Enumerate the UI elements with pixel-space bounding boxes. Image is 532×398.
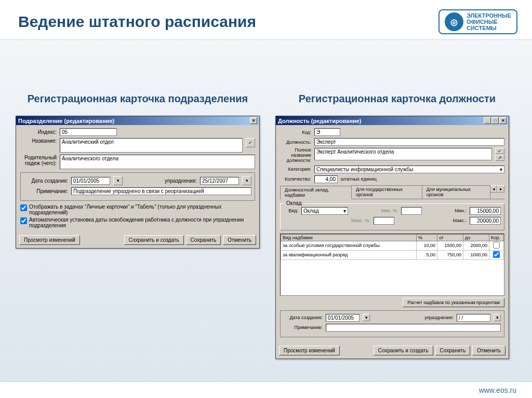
date-closed-label: упразднения: <box>165 178 197 184</box>
qty-input[interactable] <box>314 175 338 183</box>
dates-group: Дата создания: ▾ упразднения: ▾ Примечан… <box>280 310 504 337</box>
left-section-title: Регистрационная карточка подразделения <box>16 92 260 105</box>
chevron-down-icon: ▾ <box>343 208 346 214</box>
index-label: Индекс: <box>20 129 57 135</box>
kor-checkbox[interactable] <box>493 251 500 258</box>
titlebar: Подразделение (редактирование) ✕ <box>16 116 259 125</box>
chevron-down-icon: ▾ <box>500 167 502 172</box>
category-label: Категория: <box>280 167 311 172</box>
kind-select[interactable]: Оклад▾ <box>301 207 348 215</box>
save-create-button[interactable]: Сохранить и создать <box>124 235 184 245</box>
tab-scroll-left-icon[interactable]: ◂ <box>490 185 497 193</box>
cancel-button[interactable]: Отменить <box>472 346 506 355</box>
max-label: Макс.: <box>453 218 467 223</box>
auto-release-checkbox[interactable] <box>20 217 27 224</box>
minimize-icon[interactable]: _ <box>484 117 491 124</box>
table-row[interactable]: за квалификационный разряд 5,00 750,00 1… <box>281 250 504 259</box>
max-input[interactable] <box>470 217 501 225</box>
tab-gov[interactable]: Для государственных органов <box>351 185 422 199</box>
slide-header: Ведение штатного расписания ◎ ЭЛЕКТРОННЫ… <box>0 0 532 40</box>
save-button[interactable]: Сохранить <box>186 235 221 245</box>
category-select[interactable]: Специалисты информационной службы▾ <box>314 166 504 173</box>
tab-salary[interactable]: Должностной оклад, надбавки <box>280 186 352 199</box>
calendar-icon[interactable]: ▾ <box>113 176 123 185</box>
qty-label: Количество: <box>280 176 311 182</box>
col-name[interactable]: Вид надбавки <box>281 234 417 241</box>
department-window: Подразделение (редактирование) ✕ Индекс:… <box>16 116 260 249</box>
view-changes-button[interactable]: Просмотр изменений <box>19 235 80 245</box>
salary-group: Оклад Вид: Оклад▾ Мин. %: Мин.: <box>280 203 504 230</box>
window-title: Должность (редактирование) <box>278 118 361 124</box>
note-label: Примечание: <box>24 188 68 194</box>
date-created-label: Дата создания: <box>24 178 68 184</box>
maximize-icon[interactable]: □ <box>491 117 499 124</box>
min-label: Мин.: <box>455 208 467 213</box>
logo-text: ЭЛЕКТРОННЫЕ ОФИСНЫЕ СИСТЕМЫ <box>467 12 511 31</box>
show-in-tasks-checkbox[interactable] <box>20 204 27 211</box>
col-to[interactable]: до <box>463 234 489 241</box>
min-input[interactable] <box>470 207 501 215</box>
tab-municipal[interactable]: Для муниципальных органов <box>422 185 490 199</box>
date-closed-label: упразднения: <box>424 315 454 320</box>
calendar-icon[interactable]: ▾ <box>363 314 370 321</box>
logo: ◎ ЭЛЕКТРОННЫЕ ОФИСНЫЕ СИСТЕМЫ <box>438 9 517 34</box>
save-create-button[interactable]: Сохранить и создать <box>374 346 433 355</box>
spellcheck-icon[interactable]: ✓ <box>246 138 255 147</box>
note-input[interactable] <box>326 324 501 332</box>
window-title: Подразделение (редактирование) <box>18 118 114 124</box>
view-changes-button[interactable]: Просмотр изменений <box>279 346 340 355</box>
date-closed-input[interactable] <box>457 314 490 322</box>
save-button[interactable]: Сохранить <box>435 346 471 355</box>
name-label: Название: <box>20 138 57 144</box>
position-window: Должность (редактирование) _ □ ✕ Код: До… <box>275 116 509 359</box>
right-section-title: Регистрационная карточка должности <box>275 92 519 105</box>
auto-release-label: Автоматическая установка даты освобожден… <box>29 217 255 228</box>
position-label: Должность: <box>280 140 311 145</box>
position-input[interactable] <box>314 138 504 146</box>
kind-label: Вид: <box>284 208 298 213</box>
dates-group: Дата создания: ▾ упразднения: ▾ Примечан… <box>20 172 255 201</box>
content: Регистрационная карточка подразделения П… <box>0 40 532 359</box>
col-from[interactable]: от <box>437 234 463 241</box>
close-icon[interactable]: ✕ <box>250 117 257 124</box>
min-pct-label: Мин. %: <box>381 208 398 213</box>
qty-units: штатных единиц <box>341 176 377 182</box>
col-kor[interactable]: Кор. <box>489 234 504 241</box>
close-icon[interactable]: ✕ <box>499 117 507 124</box>
code-label: Код: <box>280 130 311 135</box>
index-input[interactable] <box>60 128 117 136</box>
min-pct-input <box>401 207 422 215</box>
code-input[interactable] <box>314 128 340 136</box>
left-column: Регистрационная карточка подразделения П… <box>16 92 260 359</box>
genitive-label: Родительный падеж (чего): <box>20 155 57 166</box>
tab-scroll-right-icon[interactable]: ▸ <box>497 185 504 193</box>
note-label: Примечание: <box>284 325 323 330</box>
date-closed-input[interactable] <box>200 177 239 185</box>
calendar-icon[interactable]: ▾ <box>242 176 251 185</box>
fullname-label: Полное название должности: <box>280 148 311 163</box>
genitive-input[interactable]: Аналитического отдела <box>60 155 255 169</box>
salary-legend: Оклад <box>285 200 303 206</box>
cancel-button[interactable]: Отменить <box>223 235 256 245</box>
col-pct[interactable]: % <box>417 234 437 241</box>
max-pct-input <box>374 217 394 225</box>
logo-icon: ◎ <box>445 12 463 31</box>
calendar-icon[interactable]: ▾ <box>494 314 501 321</box>
max-pct-label: Макс. %: <box>351 218 370 223</box>
date-created-input[interactable] <box>326 314 360 322</box>
name-input[interactable]: Аналитический отдел <box>60 138 243 153</box>
date-created-input[interactable] <box>71 177 110 185</box>
titlebar: Должность (редактирование) _ □ ✕ <box>276 116 509 125</box>
fullname-input[interactable]: Эксперт Аналитического отдела <box>314 148 492 160</box>
date-created-label: Дата создания: <box>284 315 323 320</box>
spellcheck-icon[interactable]: ✓ <box>495 148 504 154</box>
calc-allowance-button[interactable]: Расчет надбавок по указанным процентам <box>403 298 504 307</box>
show-in-tasks-label: Отображать в задачах "Личные карточки" и… <box>29 204 255 215</box>
kor-checkbox[interactable] <box>493 242 500 249</box>
allowance-grid[interactable]: Вид надбавки % от до Кор. за особые усло… <box>280 234 504 296</box>
right-column: Регистрационная карточка должности Должн… <box>275 92 519 359</box>
note-input[interactable] <box>71 187 251 195</box>
tabs: Должностной оклад, надбавки Для государс… <box>280 185 504 199</box>
expand-icon[interactable]: ↗ <box>495 155 504 161</box>
table-row[interactable]: за особые условия государственной службы… <box>281 241 504 250</box>
